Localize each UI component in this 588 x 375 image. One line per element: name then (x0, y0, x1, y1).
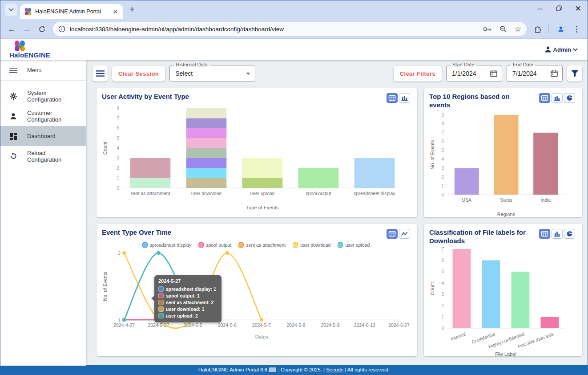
apply-filter-button[interactable] (567, 65, 582, 82)
secude-link[interactable]: Secude (326, 367, 343, 372)
brand-logo: HaloENGINE (9, 41, 50, 58)
data-point (157, 251, 160, 255)
select-caret-icon (246, 73, 250, 75)
bookmark-star-icon[interactable]: ☆ (515, 24, 521, 34)
top-regions-chart: 0123456789USASwissIndiaRegionsNo. of Eve… (429, 110, 575, 220)
sidebar-item-customer-configuration[interactable]: Customer Configuration (0, 106, 86, 126)
svg-text:sent as attachment: sent as attachment (131, 191, 170, 196)
start-date-field[interactable]: Start Date 1/1/2024 (446, 65, 502, 82)
tab-close-icon[interactable]: ✕ (111, 8, 120, 15)
filter-funnel-icon (571, 70, 579, 77)
calendar-icon[interactable] (551, 70, 558, 77)
svg-text:2024-4-27: 2024-4-27 (113, 322, 135, 328)
clear-filters-button[interactable]: Clear Filters (394, 66, 442, 82)
reload-button[interactable] (35, 22, 48, 36)
app-footer: HaloENGINE Admin Portal 6.8. : Copyright… (0, 365, 588, 375)
chevron-down-icon (8, 8, 14, 12)
bar-icon (553, 95, 561, 101)
new-tab-button[interactable]: + (129, 4, 135, 15)
back-button[interactable]: ← (5, 22, 18, 36)
sidebar-menu-header[interactable]: Menu (0, 60, 86, 81)
historical-data-select[interactable]: Historical Data Select (169, 65, 255, 82)
legend-item[interactable]: user upload (338, 242, 370, 248)
legend-item[interactable]: user download (293, 242, 330, 248)
window-minimize-button[interactable]: ─ (537, 5, 542, 13)
footer-text: : Copyright © 2025. | (276, 367, 326, 372)
footer-text: | All rights reserved. (343, 367, 390, 372)
svg-text:6: 6 (117, 126, 119, 130)
profile-avatar[interactable] (555, 23, 567, 35)
bar-segment (186, 128, 227, 138)
data-point (260, 318, 263, 322)
clear-session-button[interactable]: Clear Session (112, 66, 165, 82)
svg-text:3: 3 (441, 165, 444, 170)
bar-segment (186, 168, 227, 178)
browser-tab-strip: HaloENGINE Admin Portal ✕ + ─ ✕ (0, 0, 588, 19)
svg-text:0: 0 (441, 192, 444, 197)
line-view-toggle[interactable] (399, 229, 410, 239)
dashboard-icon (9, 132, 17, 140)
sidebar-item-system-configuration[interactable]: System Configuration (0, 86, 86, 106)
table-icon (541, 95, 548, 101)
svg-text:No. of Events: No. of Events (430, 139, 435, 169)
toggle-sidebar-button[interactable] (93, 65, 108, 82)
tab-search-button[interactable] (5, 4, 17, 16)
forward-button[interactable]: → (20, 22, 33, 36)
calendar-icon[interactable] (490, 70, 497, 77)
site-info-icon[interactable] (58, 25, 65, 33)
browser-toolbar: ← → localhost:8383/haloengine-admin/ui/a… (0, 19, 588, 39)
bar-segment (130, 178, 171, 188)
zoom-out-icon[interactable] (499, 25, 507, 33)
bar-view-toggle[interactable] (552, 229, 563, 239)
svg-text:5: 5 (441, 148, 444, 153)
file-labels-chart: 01234567InternalConfidentialHighly confi… (429, 245, 575, 359)
toolbar-separator (548, 25, 549, 33)
svg-text:USA: USA (462, 197, 472, 203)
password-key-icon[interactable] (483, 26, 491, 32)
user-menu[interactable]: Admin (544, 46, 578, 53)
haloengine-favicon-icon (24, 8, 32, 15)
pie-view-toggle[interactable] (564, 93, 575, 103)
svg-text:9: 9 (441, 112, 444, 117)
person-icon (9, 112, 17, 120)
bar-view-toggle[interactable] (399, 93, 410, 103)
tooltip-row: spool output: 1 (158, 293, 216, 298)
chart-view-toggles (387, 229, 410, 239)
bar-view-toggle[interactable] (552, 93, 563, 103)
table-view-toggle[interactable] (539, 93, 550, 103)
window-close-button[interactable]: ✕ (575, 4, 581, 13)
table-view-toggle[interactable] (387, 229, 398, 239)
sidebar-item-label: System Configuration (27, 90, 77, 103)
legend-item[interactable]: sent as attachment (238, 242, 286, 248)
end-date-field[interactable]: End Date 7/1/2024 (507, 65, 563, 82)
window-restore-button[interactable] (556, 5, 562, 13)
main-content: Clear Session Historical Data Select Cle… (86, 60, 588, 366)
chevron-down-icon (573, 48, 578, 51)
browser-menu-icon[interactable]: ⋮ (573, 24, 580, 34)
chart-svg: 122024-4-272024-5-272024-5-52024-5-62024… (102, 248, 409, 340)
pie-view-toggle[interactable] (564, 229, 575, 239)
extensions-icon[interactable] (534, 25, 542, 33)
legend-item[interactable]: spreadsheet display (142, 242, 191, 248)
svg-text:1: 1 (117, 175, 119, 180)
tooltip-row: sent as attachment: 2 (158, 300, 216, 305)
svg-text:2024-6-27: 2024-6-27 (388, 322, 409, 328)
svg-text:spool output: spool output (306, 191, 331, 196)
chart-title: User Activity by Event Type (102, 93, 189, 101)
table-icon (388, 95, 396, 101)
legend-item[interactable]: spool output (198, 242, 231, 248)
table-view-toggle[interactable] (387, 93, 398, 103)
table-view-toggle[interactable] (539, 229, 550, 239)
browser-tab[interactable]: HaloENGINE Admin Portal ✕ (20, 4, 123, 19)
bar-segment (453, 249, 471, 328)
tooltip-title: 2024-5-27 (158, 278, 216, 284)
table-icon (541, 231, 548, 237)
svg-text:7: 7 (117, 116, 119, 121)
chart-legend: spreadsheet displayspool outputsent as a… (102, 242, 410, 248)
bar-segment (541, 317, 559, 328)
address-bar[interactable]: localhost:8383/haloengine-admin/ui/app/a… (53, 22, 527, 36)
svg-text:No. of Events: No. of Events (102, 271, 108, 301)
hamburger-icon (9, 66, 17, 74)
sidebar-item-dashboard[interactable]: Dashboard (0, 126, 86, 146)
sidebar-item-reload-configuration[interactable]: Reload Configuration (0, 146, 86, 166)
